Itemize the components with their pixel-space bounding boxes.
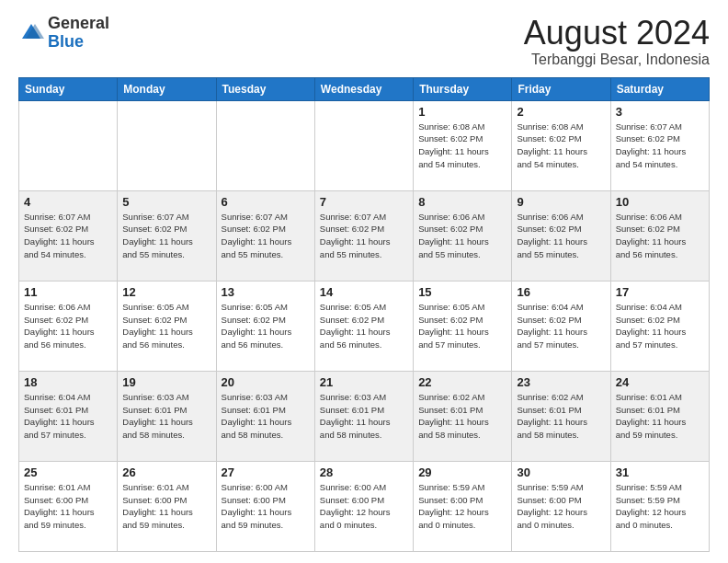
calendar-cell: 12Sunrise: 6:05 AM Sunset: 6:02 PM Dayli… bbox=[118, 281, 216, 371]
day-number: 25 bbox=[24, 465, 112, 479]
calendar-cell: 6Sunrise: 6:07 AM Sunset: 6:02 PM Daylig… bbox=[216, 190, 314, 281]
weekday-monday: Monday bbox=[118, 77, 216, 100]
calendar-cell: 9Sunrise: 6:06 AM Sunset: 6:02 PM Daylig… bbox=[512, 190, 610, 281]
weekday-wednesday: Wednesday bbox=[314, 77, 413, 100]
day-info: Sunrise: 6:04 AM Sunset: 6:01 PM Dayligh… bbox=[24, 391, 112, 442]
day-number: 26 bbox=[122, 465, 210, 479]
day-info: Sunrise: 6:08 AM Sunset: 6:02 PM Dayligh… bbox=[418, 121, 506, 171]
calendar-cell: 27Sunrise: 6:00 AM Sunset: 6:00 PM Dayli… bbox=[216, 461, 314, 551]
day-info: Sunrise: 6:07 AM Sunset: 6:02 PM Dayligh… bbox=[122, 211, 210, 261]
month-title: August 2024 bbox=[524, 15, 710, 52]
calendar-cell bbox=[216, 100, 314, 190]
day-number: 31 bbox=[616, 465, 704, 479]
calendar-row-0: 1Sunrise: 6:08 AM Sunset: 6:02 PM Daylig… bbox=[19, 100, 710, 190]
calendar-cell: 7Sunrise: 6:07 AM Sunset: 6:02 PM Daylig… bbox=[314, 190, 413, 281]
calendar-table: SundayMondayTuesdayWednesdayThursdayFrid… bbox=[18, 77, 710, 552]
calendar-cell: 5Sunrise: 6:07 AM Sunset: 6:02 PM Daylig… bbox=[118, 190, 216, 281]
calendar-row-4: 25Sunrise: 6:01 AM Sunset: 6:00 PM Dayli… bbox=[19, 461, 710, 551]
day-number: 14 bbox=[320, 285, 408, 299]
day-info: Sunrise: 6:06 AM Sunset: 6:02 PM Dayligh… bbox=[517, 211, 605, 261]
day-number: 21 bbox=[320, 375, 408, 389]
calendar-cell: 3Sunrise: 6:07 AM Sunset: 6:02 PM Daylig… bbox=[610, 100, 709, 190]
day-number: 2 bbox=[517, 105, 605, 119]
calendar-cell: 15Sunrise: 6:05 AM Sunset: 6:02 PM Dayli… bbox=[414, 281, 512, 371]
calendar-body: 1Sunrise: 6:08 AM Sunset: 6:02 PM Daylig… bbox=[19, 100, 710, 551]
day-number: 16 bbox=[517, 285, 605, 299]
day-info: Sunrise: 6:03 AM Sunset: 6:01 PM Dayligh… bbox=[222, 391, 310, 442]
logo-blue: Blue bbox=[48, 32, 84, 51]
calendar-cell: 19Sunrise: 6:03 AM Sunset: 6:01 PM Dayli… bbox=[118, 371, 216, 461]
day-info: Sunrise: 5:59 AM Sunset: 6:00 PM Dayligh… bbox=[418, 481, 506, 532]
calendar-cell: 28Sunrise: 6:00 AM Sunset: 6:00 PM Dayli… bbox=[314, 461, 413, 551]
calendar-cell: 22Sunrise: 6:02 AM Sunset: 6:01 PM Dayli… bbox=[414, 371, 512, 461]
day-number: 1 bbox=[418, 105, 506, 119]
day-info: Sunrise: 5:59 AM Sunset: 6:00 PM Dayligh… bbox=[517, 481, 605, 532]
calendar-cell: 17Sunrise: 6:04 AM Sunset: 6:02 PM Dayli… bbox=[610, 281, 709, 371]
calendar-row-3: 18Sunrise: 6:04 AM Sunset: 6:01 PM Dayli… bbox=[19, 371, 710, 461]
day-info: Sunrise: 6:03 AM Sunset: 6:01 PM Dayligh… bbox=[320, 391, 408, 442]
calendar-row-2: 11Sunrise: 6:06 AM Sunset: 6:02 PM Dayli… bbox=[19, 281, 710, 371]
day-info: Sunrise: 6:07 AM Sunset: 6:02 PM Dayligh… bbox=[222, 211, 310, 261]
day-info: Sunrise: 6:00 AM Sunset: 6:00 PM Dayligh… bbox=[320, 481, 408, 532]
day-info: Sunrise: 6:06 AM Sunset: 6:02 PM Dayligh… bbox=[418, 211, 506, 261]
day-info: Sunrise: 6:07 AM Sunset: 6:02 PM Dayligh… bbox=[24, 211, 112, 261]
day-number: 9 bbox=[517, 195, 605, 209]
day-number: 6 bbox=[222, 195, 310, 209]
calendar-cell: 4Sunrise: 6:07 AM Sunset: 6:02 PM Daylig… bbox=[19, 190, 118, 281]
calendar-cell: 10Sunrise: 6:06 AM Sunset: 6:02 PM Dayli… bbox=[610, 190, 709, 281]
day-info: Sunrise: 6:08 AM Sunset: 6:02 PM Dayligh… bbox=[517, 121, 605, 171]
day-number: 3 bbox=[616, 105, 704, 119]
day-info: Sunrise: 6:05 AM Sunset: 6:02 PM Dayligh… bbox=[418, 301, 506, 351]
calendar-cell: 16Sunrise: 6:04 AM Sunset: 6:02 PM Dayli… bbox=[512, 281, 610, 371]
weekday-friday: Friday bbox=[512, 77, 610, 100]
calendar-cell: 29Sunrise: 5:59 AM Sunset: 6:00 PM Dayli… bbox=[414, 461, 512, 551]
day-number: 19 bbox=[122, 375, 210, 389]
calendar-cell: 24Sunrise: 6:01 AM Sunset: 6:01 PM Dayli… bbox=[610, 371, 709, 461]
calendar-cell: 26Sunrise: 6:01 AM Sunset: 6:00 PM Dayli… bbox=[118, 461, 216, 551]
day-info: Sunrise: 6:07 AM Sunset: 6:02 PM Dayligh… bbox=[616, 121, 704, 171]
calendar-cell: 8Sunrise: 6:06 AM Sunset: 6:02 PM Daylig… bbox=[414, 190, 512, 281]
day-info: Sunrise: 6:06 AM Sunset: 6:02 PM Dayligh… bbox=[616, 211, 704, 261]
day-info: Sunrise: 6:00 AM Sunset: 6:00 PM Dayligh… bbox=[222, 481, 310, 532]
day-info: Sunrise: 6:02 AM Sunset: 6:01 PM Dayligh… bbox=[418, 391, 506, 442]
day-info: Sunrise: 6:03 AM Sunset: 6:01 PM Dayligh… bbox=[122, 391, 210, 442]
day-number: 17 bbox=[616, 285, 704, 299]
calendar-cell: 31Sunrise: 5:59 AM Sunset: 5:59 PM Dayli… bbox=[610, 461, 709, 551]
day-info: Sunrise: 5:59 AM Sunset: 5:59 PM Dayligh… bbox=[616, 481, 704, 532]
weekday-tuesday: Tuesday bbox=[216, 77, 314, 100]
logo-text: General Blue bbox=[48, 15, 109, 52]
weekday-saturday: Saturday bbox=[610, 77, 709, 100]
day-number: 29 bbox=[418, 465, 506, 479]
day-number: 13 bbox=[222, 285, 310, 299]
logo: General Blue bbox=[18, 15, 109, 52]
day-info: Sunrise: 6:02 AM Sunset: 6:01 PM Dayligh… bbox=[517, 391, 605, 442]
calendar-cell: 1Sunrise: 6:08 AM Sunset: 6:02 PM Daylig… bbox=[414, 100, 512, 190]
day-info: Sunrise: 6:07 AM Sunset: 6:02 PM Dayligh… bbox=[320, 211, 408, 261]
day-number: 15 bbox=[418, 285, 506, 299]
logo-general: General bbox=[48, 14, 109, 32]
day-number: 12 bbox=[122, 285, 210, 299]
header: General Blue August 2024 Terbanggi Besar… bbox=[18, 15, 710, 68]
day-number: 8 bbox=[418, 195, 506, 209]
calendar-cell: 14Sunrise: 6:05 AM Sunset: 6:02 PM Dayli… bbox=[314, 281, 413, 371]
calendar-cell bbox=[314, 100, 413, 190]
calendar-cell bbox=[19, 100, 118, 190]
logo-icon bbox=[18, 20, 44, 46]
day-info: Sunrise: 6:05 AM Sunset: 6:02 PM Dayligh… bbox=[122, 301, 210, 351]
day-info: Sunrise: 6:04 AM Sunset: 6:02 PM Dayligh… bbox=[616, 301, 704, 351]
location: Terbanggi Besar, Indonesia bbox=[524, 52, 710, 68]
day-number: 24 bbox=[616, 375, 704, 389]
calendar-cell: 23Sunrise: 6:02 AM Sunset: 6:01 PM Dayli… bbox=[512, 371, 610, 461]
day-number: 7 bbox=[320, 195, 408, 209]
day-info: Sunrise: 6:04 AM Sunset: 6:02 PM Dayligh… bbox=[517, 301, 605, 351]
weekday-sunday: Sunday bbox=[19, 77, 118, 100]
day-info: Sunrise: 6:01 AM Sunset: 6:00 PM Dayligh… bbox=[122, 481, 210, 532]
calendar-cell: 20Sunrise: 6:03 AM Sunset: 6:01 PM Dayli… bbox=[216, 371, 314, 461]
calendar-cell: 2Sunrise: 6:08 AM Sunset: 6:02 PM Daylig… bbox=[512, 100, 610, 190]
calendar-cell: 11Sunrise: 6:06 AM Sunset: 6:02 PM Dayli… bbox=[19, 281, 118, 371]
calendar-cell: 25Sunrise: 6:01 AM Sunset: 6:00 PM Dayli… bbox=[19, 461, 118, 551]
day-info: Sunrise: 6:06 AM Sunset: 6:02 PM Dayligh… bbox=[24, 301, 112, 351]
day-number: 30 bbox=[517, 465, 605, 479]
calendar-cell: 30Sunrise: 5:59 AM Sunset: 6:00 PM Dayli… bbox=[512, 461, 610, 551]
day-info: Sunrise: 6:01 AM Sunset: 6:00 PM Dayligh… bbox=[24, 481, 112, 532]
